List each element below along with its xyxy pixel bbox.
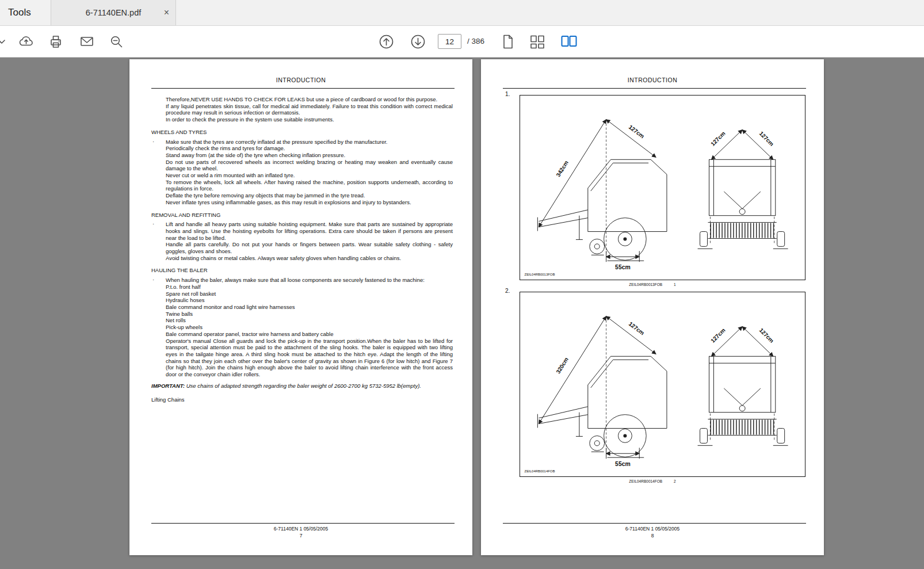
page-total-label: / 386: [467, 37, 484, 45]
text-block-heading: WHEELS AND TYRES: [151, 129, 453, 136]
text-block-para: Never cut or weld a rim mounted with an …: [166, 172, 453, 179]
text-block-para: To remove the wheels, lock all wheels. A…: [166, 179, 453, 192]
figure-2-caption-row: ZEIL04RB0014FOB 2: [481, 479, 824, 483]
bullet-marker: ·: [152, 220, 154, 227]
header-rule: [151, 88, 455, 89]
tab-document[interactable]: 6-71140EN.pdf ×: [51, 0, 176, 25]
dim-label-rear-left: 127cm: [709, 130, 727, 147]
text-block-line: P.t.o. front half: [166, 284, 453, 291]
footer-rule: [151, 523, 455, 524]
toolbar: / 386: [0, 26, 924, 58]
dim-label-diagonal: 342cm: [555, 159, 570, 178]
figure-2-box: 320cm 127cm 55cm 127cm 127cm ZEIL04RB001…: [520, 292, 805, 477]
text-block-para: In order to check the pressure in the sy…: [166, 116, 453, 123]
organize-pages-icon[interactable]: [529, 33, 545, 49]
figure-1-box: 342cm 127cm 55cm 127cm 127cm ZEIL04RB001…: [520, 95, 805, 280]
dim-label-rear-right: 127cm: [758, 130, 776, 147]
text-block-plain: Lifting Chains: [151, 396, 453, 403]
next-page-icon[interactable]: [410, 33, 426, 49]
text-block-para: Never inflate tyres using inflammable ga…: [166, 199, 453, 206]
text-block-line: Hydraulic hoses: [166, 297, 453, 304]
text-block-line: Twine balls: [166, 311, 453, 318]
text-block-para: If any liquid penetrates skin tissue, ca…: [166, 103, 453, 116]
text-block-para: Therefore,NEVER USE HANDS TO CHECK FOR L…: [166, 96, 453, 103]
figure-code-label: ZEIL04RB0013FOB: [525, 273, 555, 276]
text-block-bullet: ·When hauling the baler, always make sur…: [166, 277, 453, 284]
text-block-para: Avoid twisting chains or metal cables. A…: [166, 255, 453, 262]
figure-number: 1: [674, 282, 676, 287]
text-block-para: Do not use parts of recovered wheels as …: [166, 159, 453, 172]
text-block-para: Operator's manual Close all guards and l…: [166, 338, 453, 378]
bullet-marker: ·: [152, 276, 154, 283]
previous-page-icon[interactable]: [379, 33, 394, 49]
figure-1-index: 1.: [505, 91, 510, 97]
single-page-icon[interactable]: [502, 33, 514, 49]
text-block-para: Deflate the tyre before removing any obj…: [166, 192, 453, 199]
text-block-bullet: ·Make sure that the tyres are correctly …: [166, 139, 453, 146]
footer-page-number: 7: [129, 533, 472, 539]
text-block-important: IMPORTANT: Use chains of adapted strengt…: [151, 383, 453, 389]
text-block-bullet: ·Lift and handle all heavy parts using s…: [166, 221, 453, 241]
pdf-page-7: INTRODUCTION Therefore,NEVER USE HANDS T…: [129, 59, 472, 555]
tab-bar: Tools 6-71140EN.pdf ×: [0, 0, 924, 26]
document-view[interactable]: INTRODUCTION Therefore,NEVER USE HANDS T…: [0, 58, 924, 569]
tools-tab-label: Tools: [8, 7, 31, 18]
text-block-para: Periodically check the rims and tyres fo…: [166, 145, 453, 152]
dim-label-rear-right: 127cm: [758, 327, 776, 344]
pdf-page-8: INTRODUCTION 1.: [481, 59, 824, 555]
dim-label-top: 127cm: [628, 320, 646, 336]
email-icon[interactable]: [79, 33, 94, 49]
footer-doc-ref: 6-71140EN 1 05/05/2005: [129, 526, 472, 532]
figure-caption-code: ZEIL04RB0013FOB: [629, 282, 662, 287]
dim-label-top: 127cm: [628, 124, 646, 139]
header-rule: [503, 88, 806, 89]
text-block-line: Spare net roll basket: [166, 291, 453, 297]
bullet-marker: ·: [152, 138, 154, 145]
footer-doc-ref: 6-71140EN 1 05/05/2005: [481, 526, 824, 532]
text-block-para: Stand away from (at the side of) the tyr…: [166, 152, 453, 159]
figure-caption-code: ZEIL04RB0014FOB: [629, 479, 662, 483]
figure-number: 2: [674, 479, 676, 483]
text-block-para: Handle all parts carefully. Do not put y…: [166, 241, 453, 254]
footer-rule: [503, 523, 806, 524]
page-number-input[interactable]: [438, 34, 461, 49]
text-block-heading: REMOVAL AND REFITTING: [151, 212, 453, 219]
dim-label-rear-left: 127cm: [709, 327, 727, 344]
text-block-line: Pick-up wheels: [166, 324, 453, 331]
baler-dimension-diagram-1: 342cm 127cm 55cm 127cm 127cm ZEIL04RB001…: [520, 96, 805, 280]
text-block-line: Bale command monitor and road light wire…: [166, 304, 453, 311]
figure-2-index: 2.: [505, 288, 510, 294]
pdf-viewer-window: { "window": { "tabs": { "tools_label": "…: [0, 0, 924, 569]
two-page-view-icon[interactable]: [560, 33, 578, 49]
page-title: INTRODUCTION: [129, 77, 472, 83]
dim-label-diagonal: 320cm: [555, 356, 570, 375]
share-upload-icon[interactable]: [18, 33, 34, 49]
dim-label-width: 55cm: [615, 264, 631, 270]
document-tab-label: 6-71140EN.pdf: [86, 8, 141, 17]
text-block-line: Bale command operator panel, tractor wir…: [166, 331, 453, 338]
left-page-text: Therefore,NEVER USE HANDS TO CHECK FOR L…: [151, 96, 453, 403]
zoom-out-icon[interactable]: [109, 33, 124, 49]
tab-tools[interactable]: Tools: [0, 0, 51, 25]
baler-dimension-diagram-2: 320cm 127cm 55cm 127cm 127cm ZEIL04RB001…: [520, 292, 805, 476]
page-title: INTRODUCTION: [481, 77, 824, 83]
dim-label-width: 55cm: [615, 461, 631, 467]
text-block-heading: HAULING THE BALER: [151, 267, 453, 274]
figure-code-label: ZEIL04RB0014FOB: [525, 469, 555, 473]
print-icon[interactable]: [48, 33, 63, 49]
figure-1-caption-row: ZEIL04RB0013FOB 1: [481, 282, 824, 287]
close-tab-icon[interactable]: ×: [164, 8, 169, 17]
overflow-chevron-icon[interactable]: [0, 33, 6, 49]
footer-page-number: 8: [481, 533, 824, 539]
text-block-line: Net rolls: [166, 317, 453, 324]
